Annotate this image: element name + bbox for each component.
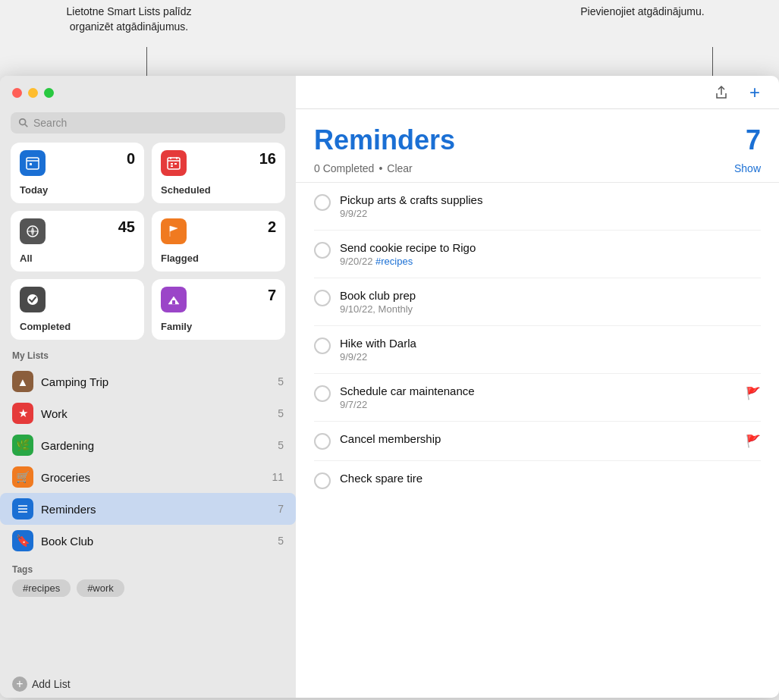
hashtag-recipes[interactable]: #recipes: [375, 256, 413, 267]
flagged-icon: [161, 218, 187, 244]
smart-list-flagged[interactable]: 2 Flagged: [152, 211, 285, 272]
work-icon: ★: [12, 403, 33, 424]
reminder-checkbox-3[interactable]: [314, 290, 331, 306]
reminder-item-3: Book club prep 9/10/22, Monthly: [314, 278, 761, 326]
reminder-item-2: Send cookie recipe to Rigo 9/20/22 #reci…: [314, 231, 761, 278]
reminder-checkbox-1[interactable]: [314, 194, 331, 211]
sidebar: Search 0 Today: [0, 76, 296, 698]
flag-icon-6: 🚩: [746, 434, 761, 448]
list-item-work[interactable]: ★ Work 5: [0, 397, 296, 429]
maximize-button[interactable]: [44, 88, 54, 98]
flag-icon-5: 🚩: [746, 386, 761, 400]
reminder-subtitle-5: 9/7/22: [340, 399, 737, 410]
reminder-checkbox-2[interactable]: [314, 242, 331, 259]
completed-bar: 0 Completed • Clear Show: [296, 159, 779, 183]
list-title: Reminders: [314, 124, 455, 156]
reminder-text-4: Hike with Darla 9/9/22: [340, 337, 761, 363]
clear-button[interactable]: Clear: [387, 162, 412, 174]
smart-list-completed[interactable]: Completed: [11, 279, 144, 340]
main-content: + Reminders 7 0 Completed • Clear Show P…: [296, 76, 779, 698]
tooltip-add-reminder: Pievienojiet atgādinājumu.: [567, 0, 718, 20]
search-bar[interactable]: Search: [11, 112, 285, 133]
svg-rect-4: [30, 163, 32, 165]
close-button[interactable]: [12, 88, 22, 98]
svg-rect-11: [171, 165, 173, 167]
completed-count-label: 0 Completed: [314, 162, 374, 174]
svg-rect-2: [27, 158, 39, 169]
reminder-checkbox-6[interactable]: [314, 433, 331, 450]
search-input[interactable]: Search: [33, 117, 67, 129]
groceries-icon: 🛒: [12, 466, 33, 488]
reminders-label: Reminders: [41, 503, 270, 516]
reminder-text-2: Send cookie recipe to Rigo 9/20/22 #reci…: [340, 241, 761, 267]
add-list-button[interactable]: + Add List: [0, 670, 296, 698]
today-count: 0: [127, 150, 135, 168]
list-count: 7: [746, 124, 761, 156]
reminder-subtitle-2: 9/20/22 #recipes: [340, 256, 761, 267]
reminder-title-2: Send cookie recipe to Rigo: [340, 241, 761, 254]
groceries-count: 11: [272, 471, 284, 483]
reminder-item-1: Pickup arts & crafts supplies 9/9/22: [314, 183, 761, 231]
work-count: 5: [278, 407, 284, 419]
list-item-gardening[interactable]: 🌿 Gardening 5: [0, 429, 296, 461]
add-list-plus-icon: +: [12, 676, 27, 692]
svg-rect-9: [171, 163, 173, 165]
smart-list-all[interactable]: 45 All: [11, 211, 144, 272]
list-item-reminders[interactable]: Reminders 7: [0, 493, 296, 525]
bookclub-count: 5: [278, 535, 284, 547]
gardening-label: Gardening: [41, 439, 270, 452]
svg-point-0: [20, 119, 26, 125]
scheduled-label: Scheduled: [161, 184, 276, 196]
gardening-count: 5: [278, 439, 284, 451]
all-icon: [20, 218, 46, 244]
add-list-label: Add List: [32, 678, 71, 690]
list-header: Reminders 7: [296, 109, 779, 159]
tags-label: Tags: [12, 564, 284, 575]
add-reminder-button[interactable]: +: [743, 80, 767, 105]
app-window: Search 0 Today: [0, 76, 779, 698]
tags-section: Tags #recipes #work: [0, 557, 296, 601]
reminder-item-6: Cancel membership 🚩: [314, 422, 761, 461]
reminder-title-7: Check spare tire: [340, 472, 761, 485]
bookclub-label: Book Club: [41, 535, 270, 548]
tags-row: #recipes #work: [12, 579, 284, 597]
share-button[interactable]: [709, 80, 733, 105]
list-item-bookclub[interactable]: 🔖 Book Club 5: [0, 525, 296, 557]
search-icon: [18, 118, 29, 128]
all-label: All: [20, 253, 135, 264]
titlebar: [0, 76, 296, 109]
svg-rect-15: [172, 300, 175, 304]
smart-list-today[interactable]: 0 Today: [11, 143, 144, 203]
my-lists-section-label: My Lists: [0, 350, 296, 366]
reminder-checkbox-5[interactable]: [314, 385, 331, 402]
smart-lists-grid: 0 Today 16 Scheduled: [0, 143, 296, 350]
reminders-icon: [12, 498, 33, 520]
completed-icon: [20, 287, 46, 312]
reminder-checkbox-4[interactable]: [314, 337, 331, 354]
reminder-subtitle-4: 9/9/22: [340, 351, 761, 363]
smart-list-family[interactable]: 7 Family: [152, 279, 285, 340]
tooltip-smart-lists: Lietotne Smart Lists palīdzorganizēt atg…: [23, 0, 235, 34]
reminder-item-7: Check spare tire: [314, 461, 761, 500]
family-label: Family: [161, 321, 276, 332]
camping-count: 5: [278, 375, 284, 388]
reminder-item-5: Schedule car maintenance 9/7/22 🚩: [314, 374, 761, 422]
groceries-label: Groceries: [41, 471, 264, 484]
all-count: 45: [118, 218, 135, 236]
list-item-camping[interactable]: ▲ Camping Trip 5: [0, 366, 296, 397]
reminder-title-1: Pickup arts & crafts supplies: [340, 193, 761, 206]
smart-list-scheduled[interactable]: 16 Scheduled: [152, 143, 285, 203]
reminder-title-6: Cancel membership: [340, 432, 737, 445]
list-item-groceries[interactable]: 🛒 Groceries 11: [0, 461, 296, 493]
reminder-checkbox-7[interactable]: [314, 472, 331, 489]
reminder-list: Pickup arts & crafts supplies 9/9/22 Sen…: [296, 183, 779, 698]
minimize-button[interactable]: [28, 88, 38, 98]
tag-recipes[interactable]: #recipes: [12, 579, 71, 597]
reminder-text-5: Schedule car maintenance 9/7/22: [340, 385, 737, 410]
tag-work[interactable]: #work: [77, 579, 124, 597]
camping-label: Camping Trip: [41, 375, 270, 388]
show-button[interactable]: Show: [734, 162, 761, 174]
bookclub-icon: 🔖: [12, 530, 33, 551]
reminder-title-4: Hike with Darla: [340, 337, 761, 350]
reminder-text-1: Pickup arts & crafts supplies 9/9/22: [340, 193, 761, 219]
